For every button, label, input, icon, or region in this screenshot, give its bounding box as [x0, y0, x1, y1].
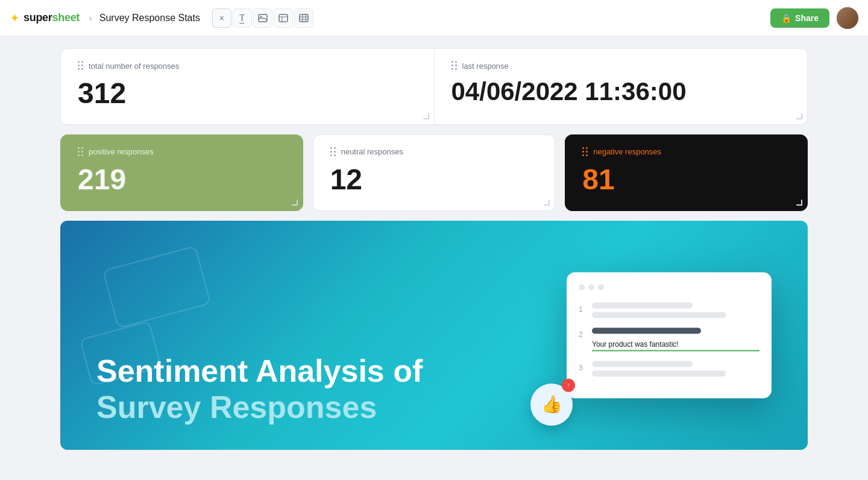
share-label: Share	[795, 13, 819, 23]
negative-responses-value: 81	[582, 164, 790, 196]
mockup-line	[592, 302, 693, 308]
sentiment-banner: Sentiment Analysis of Survey Responses 1…	[60, 221, 808, 450]
banner-title-line2: Survey Responses	[96, 390, 772, 426]
mockup-lines-2: Your product was fantastic!	[592, 327, 760, 351]
mockup-input-text: Your product was fantastic!	[592, 339, 760, 351]
app-header: ✦ supersheet ‹ Survey Response Stats × T…	[0, 0, 868, 36]
mockup-dot-2	[588, 284, 594, 290]
svg-rect-2	[279, 14, 288, 22]
neutral-responses-value: 12	[330, 164, 538, 196]
neutral-responses-label: neutral responses	[330, 147, 538, 157]
drag-handle-icon[interactable]	[78, 61, 84, 71]
tab-text-icon[interactable]: T̲	[233, 8, 252, 28]
avatar-image	[837, 7, 858, 29]
mockup-row-2: 2 Your product was fantastic!	[579, 327, 760, 351]
stats-row-1: total number of responses 312 last respo…	[60, 48, 808, 125]
total-responses-card: total number of responses 312	[61, 49, 434, 124]
logo-sheet: sheet	[52, 11, 80, 24]
avatar[interactable]	[837, 7, 858, 29]
logo-text: supersheet	[24, 11, 80, 24]
total-responses-value: 312	[78, 78, 417, 110]
negative-responses-label: negative responses	[582, 147, 790, 157]
drag-handle-icon[interactable]	[78, 147, 84, 157]
share-button[interactable]: 🔒 Share	[770, 8, 829, 28]
drag-handle-icon[interactable]	[451, 61, 458, 71]
positive-responses-label: positive responses	[78, 147, 286, 157]
banner-text: Sentiment Analysis of Survey Responses	[96, 353, 772, 426]
lock-icon: 🔒	[781, 13, 791, 23]
logo: ✦ supersheet	[10, 11, 80, 25]
resize-handle[interactable]	[795, 198, 802, 206]
mockup-line	[592, 312, 726, 318]
mockup-line-dark	[592, 327, 701, 333]
banner-shape-1	[102, 245, 211, 329]
mockup-dot-1	[579, 284, 585, 290]
resize-handle[interactable]	[422, 112, 429, 119]
mockup-row-number-2: 2	[579, 330, 586, 338]
resize-handle[interactable]	[542, 198, 550, 206]
tab-close-button[interactable]: ×	[212, 8, 231, 28]
positive-responses-card: positive responses 219	[60, 134, 303, 211]
main-content: total number of responses 312 last respo…	[0, 36, 868, 462]
logo-star-icon: ✦	[10, 11, 20, 25]
tab-image-icon[interactable]	[253, 8, 272, 28]
total-responses-label: total number of responses	[78, 61, 417, 71]
mockup-row-1: 1	[579, 302, 760, 318]
last-response-value: 04/06/2022 11:36:00	[451, 78, 791, 106]
page-title: Survey Response Stats	[99, 13, 200, 24]
logo-super: super	[24, 11, 52, 24]
resize-handle[interactable]	[291, 198, 298, 206]
tab-table-icon[interactable]	[274, 8, 293, 28]
banner-title-line1: Sentiment Analysis of	[96, 353, 772, 390]
mockup-row-number-1: 1	[579, 305, 586, 313]
svg-rect-5	[300, 14, 308, 22]
back-chevron-icon[interactable]: ‹	[89, 13, 92, 23]
mockup-dot-3	[598, 284, 604, 290]
mockup-window-controls	[579, 284, 760, 290]
last-response-card: last response 04/06/2022 11:36:00	[434, 49, 808, 124]
stats-row-2: positive responses 219 neutral responses…	[60, 134, 808, 211]
tab-bar: × T̲	[212, 8, 313, 28]
last-response-label: last response	[451, 61, 791, 71]
negative-responses-card: negative responses 81	[565, 134, 808, 211]
tab-spreadsheet-icon[interactable]	[294, 8, 313, 28]
drag-handle-icon[interactable]	[582, 147, 588, 157]
neutral-responses-card: neutral responses 12	[313, 134, 556, 211]
drag-handle-icon[interactable]	[330, 147, 336, 157]
mockup-lines-1	[592, 302, 760, 318]
resize-handle[interactable]	[795, 112, 802, 119]
positive-responses-value: 219	[78, 164, 286, 196]
